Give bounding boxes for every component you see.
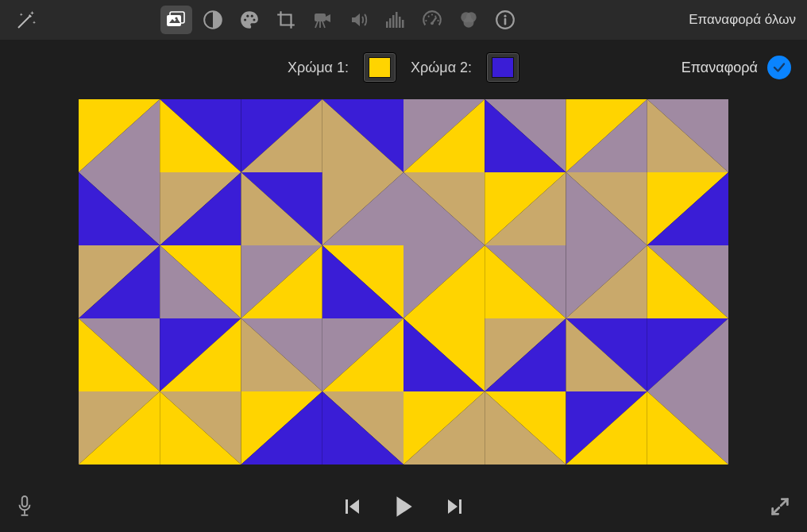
svg-point-16 — [425, 20, 427, 21]
svg-point-2 — [175, 17, 177, 19]
svg-rect-26 — [504, 18, 507, 25]
svg-point-18 — [431, 13, 433, 15]
crop-button[interactable] — [270, 6, 302, 34]
volume-icon — [348, 10, 370, 29]
color1-swatch[interactable] — [363, 52, 396, 83]
svg-rect-9 — [386, 21, 388, 28]
magic-wand-button[interactable] — [11, 5, 41, 35]
tone-button[interactable] — [197, 6, 229, 34]
color1-label: Χρώμα 1: — [288, 60, 349, 76]
crop-icon — [276, 10, 296, 30]
svg-point-6 — [251, 15, 253, 17]
reset-button[interactable]: Επαναφορά — [682, 60, 758, 76]
color2-label: Χρώμα 2: — [411, 60, 472, 76]
video-filter-icon — [165, 10, 187, 29]
svg-rect-28 — [346, 499, 348, 514]
color2-swatch-fill — [492, 57, 514, 78]
fullscreen-button[interactable] — [769, 495, 791, 518]
info-icon — [495, 10, 515, 30]
svg-point-19 — [434, 16, 436, 17]
svg-point-7 — [253, 18, 255, 21]
svg-rect-12 — [396, 12, 398, 28]
play-icon — [393, 495, 414, 519]
svg-point-25 — [504, 15, 506, 17]
skip-back-icon — [344, 497, 361, 516]
checkmark-icon — [772, 60, 786, 75]
camera-tripod-icon — [311, 10, 334, 29]
volume-button[interactable] — [343, 6, 375, 34]
svg-rect-10 — [389, 18, 392, 28]
voiceover-button[interactable] — [14, 494, 35, 519]
svg-point-23 — [464, 17, 474, 28]
preview-viewport — [79, 99, 728, 465]
svg-rect-13 — [399, 17, 401, 28]
color-balance-button[interactable] — [453, 6, 485, 34]
palette-icon — [238, 10, 261, 30]
svg-point-20 — [438, 20, 439, 21]
video-filter-button[interactable] — [160, 6, 192, 34]
expand-icon — [769, 495, 791, 518]
palette-button[interactable] — [234, 6, 265, 34]
color1-swatch-fill — [369, 57, 391, 78]
gauge-icon — [421, 10, 443, 30]
microphone-icon — [14, 494, 35, 519]
tool-group — [160, 6, 521, 34]
equalizer-icon — [384, 10, 407, 29]
svg-rect-27 — [22, 496, 28, 507]
svg-point-4 — [244, 18, 246, 21]
svg-rect-11 — [392, 15, 395, 28]
contrast-icon — [203, 10, 223, 30]
svg-rect-29 — [459, 499, 461, 514]
skip-forward-icon — [446, 497, 463, 516]
filter-options-row: Χρώμα 1: Χρώμα 2: Επαναφορά — [0, 48, 807, 87]
playback-controls — [344, 495, 463, 519]
reset-all-button[interactable]: Επαναφορά όλων — [689, 12, 796, 28]
next-button[interactable] — [446, 497, 463, 516]
bottom-bar — [0, 481, 807, 532]
svg-rect-8 — [315, 13, 326, 21]
svg-rect-14 — [402, 20, 404, 28]
play-button[interactable] — [393, 495, 414, 519]
speed-button[interactable] — [416, 6, 448, 34]
svg-point-5 — [246, 15, 249, 17]
apply-checkmark[interactable] — [767, 56, 791, 79]
equalizer-button[interactable] — [380, 6, 411, 34]
color2-swatch[interactable] — [486, 52, 519, 83]
overlapping-circles-icon — [458, 10, 480, 30]
prev-button[interactable] — [344, 497, 361, 516]
preview-pattern — [79, 99, 728, 465]
info-button[interactable] — [489, 6, 521, 34]
magic-wand-icon — [14, 8, 38, 32]
svg-point-17 — [428, 16, 430, 17]
stabilize-button[interactable] — [307, 6, 338, 34]
adjustment-toolbar: Επαναφορά όλων — [0, 0, 807, 40]
